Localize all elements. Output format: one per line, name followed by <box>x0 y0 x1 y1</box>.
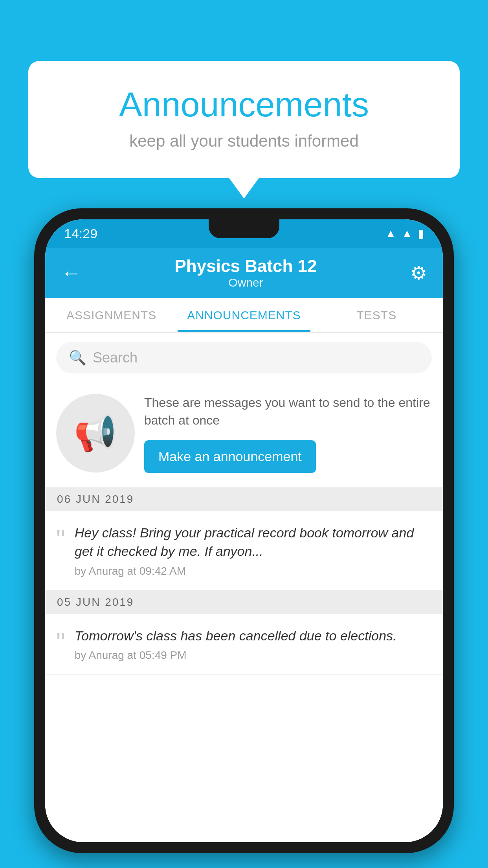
megaphone-icon: 📢 <box>74 413 117 454</box>
promo-description: These are messages you want to send to t… <box>144 394 432 429</box>
notch <box>209 219 279 238</box>
settings-icon[interactable]: ⚙ <box>410 262 427 284</box>
announcement-content-1: Hey class! Bring your practical record b… <box>75 524 432 577</box>
date-label-2: 05 JUN 2019 <box>57 596 134 608</box>
promo-right: These are messages you want to send to t… <box>144 394 432 473</box>
tab-assignments-label: ASSIGNMENTS <box>66 309 156 322</box>
status-icons: ▲ ▲ ▮ <box>385 227 424 240</box>
signal-icon: ▲ <box>402 227 413 240</box>
announcement-text-2: Tomorrow's class has been cancelled due … <box>75 627 397 645</box>
status-bar: 14:29 ▲ ▲ ▮ <box>45 219 443 248</box>
promo-icon-circle: 📢 <box>56 394 135 473</box>
date-label-1: 06 JUN 2019 <box>57 493 134 505</box>
announcement-content-2: Tomorrow's class has been cancelled due … <box>75 627 397 662</box>
app-screen: 14:29 ▲ ▲ ▮ ← Physics Batch 12 Owner ⚙ <box>45 219 443 842</box>
back-button[interactable]: ← <box>61 261 81 285</box>
search-placeholder: Search <box>93 349 138 366</box>
tab-tests[interactable]: TESTS <box>310 298 443 332</box>
status-time: 14:29 <box>64 226 97 241</box>
search-icon: 🔍 <box>69 349 86 366</box>
bubble-title: Announcements <box>60 85 428 125</box>
app-bar: ← Physics Batch 12 Owner ⚙ <box>45 248 443 298</box>
announcement-item-1[interactable]: " Hey class! Bring your practical record… <box>45 511 443 590</box>
tab-tests-label: TESTS <box>356 309 396 322</box>
quote-icon-2: " <box>56 630 65 655</box>
app-bar-title-group: Physics Batch 12 Owner <box>175 256 317 289</box>
announcement-meta-1: by Anurag at 09:42 AM <box>75 565 432 577</box>
batch-title: Physics Batch 12 <box>175 256 317 276</box>
search-bar[interactable]: 🔍 Search <box>56 342 432 373</box>
tab-assignments[interactable]: ASSIGNMENTS <box>45 298 178 332</box>
batch-subtitle: Owner <box>175 276 317 289</box>
phone-screen: 14:29 ▲ ▲ ▮ ← Physics Batch 12 Owner ⚙ <box>45 219 443 842</box>
announcement-promo: 📢 These are messages you want to send to… <box>45 383 443 487</box>
date-separator-1: 06 JUN 2019 <box>45 487 443 511</box>
announcement-meta-2: by Anurag at 05:49 PM <box>75 649 397 662</box>
announcement-item-2[interactable]: " Tomorrow's class has been cancelled du… <box>45 614 443 675</box>
make-announcement-button[interactable]: Make an announcement <box>144 440 316 473</box>
content-area: 🔍 Search 📢 These are messages you want t… <box>45 333 443 842</box>
tab-announcements[interactable]: ANNOUNCEMENTS <box>178 298 310 332</box>
tab-announcements-label: ANNOUNCEMENTS <box>187 309 301 322</box>
wifi-icon: ▲ <box>385 227 396 240</box>
tab-bar: ASSIGNMENTS ANNOUNCEMENTS TESTS <box>45 298 443 333</box>
speech-bubble: Announcements keep all your students inf… <box>28 61 460 178</box>
battery-icon: ▮ <box>418 227 424 240</box>
announcement-text-1: Hey class! Bring your practical record b… <box>75 524 432 561</box>
bubble-subtitle: keep all your students informed <box>60 132 428 151</box>
phone-frame: 14:29 ▲ ▲ ▮ ← Physics Batch 12 Owner ⚙ <box>34 208 454 853</box>
date-separator-2: 05 JUN 2019 <box>45 590 443 614</box>
quote-icon-1: " <box>56 527 65 552</box>
